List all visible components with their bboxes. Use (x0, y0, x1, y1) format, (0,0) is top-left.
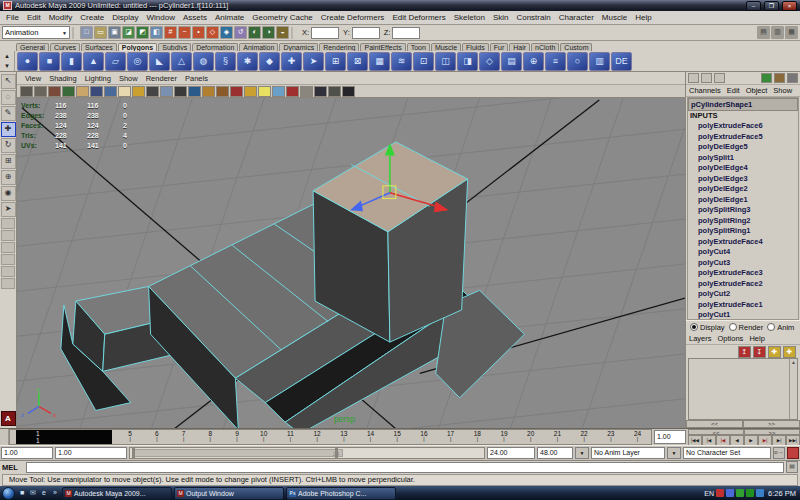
anim-end-field[interactable]: 48.00 (537, 447, 573, 459)
poly-soccerball-icon[interactable]: ✱ (237, 52, 258, 71)
viewport-menu-item[interactable]: Lighting (81, 74, 115, 83)
playback-start-field[interactable]: 1.00 (55, 447, 127, 459)
split-polygon-icon[interactable]: ➤ (303, 52, 324, 71)
layout-persp-outliner-button[interactable] (1, 242, 15, 253)
shelf-tab[interactable]: Curves (50, 43, 80, 51)
current-frame-marker[interactable]: 1 1 (16, 430, 112, 444)
combine-icon[interactable]: ⊡ (413, 52, 434, 71)
uv-texture-editor-icon[interactable]: ▥ (589, 52, 610, 71)
viewport-menu-item[interactable]: Renderer (142, 74, 181, 83)
poly-helix-icon[interactable]: § (215, 52, 236, 71)
internet-explorer-icon[interactable]: e (39, 488, 49, 498)
menu-item[interactable]: Edit (23, 13, 45, 22)
set-key-icon[interactable]: o→ (773, 447, 785, 459)
viewport-menu-item[interactable]: Panels (181, 74, 212, 83)
channel-box-menu-item[interactable]: Object (743, 86, 771, 95)
input-node-item[interactable]: polyExtrudeFace4 (688, 237, 798, 248)
axis-gizmo-icon[interactable] (761, 73, 772, 83)
input-node-item[interactable]: polyExtrudeFace5 (688, 132, 798, 143)
extract-icon[interactable]: ◨ (457, 52, 478, 71)
ipr-render-icon[interactable]: ◑ (262, 26, 275, 39)
shelf-tab[interactable]: Rendering (319, 43, 359, 51)
range-handle-right[interactable] (335, 448, 338, 458)
move-tool[interactable]: ✚ (1, 122, 16, 137)
poly-pyramid-icon[interactable]: △ (171, 52, 192, 71)
input-node-item[interactable]: polyCut2 (688, 289, 798, 300)
menu-item[interactable]: File (2, 13, 23, 22)
frame-cell[interactable]: 10 | (250, 430, 277, 444)
frame-cell[interactable]: 23 | (597, 430, 624, 444)
x-input[interactable] (311, 27, 339, 39)
xray-icon[interactable] (160, 86, 173, 97)
use-lights-icon[interactable] (132, 86, 145, 97)
poly-model[interactable] (61, 142, 525, 428)
tray-app3-icon[interactable] (746, 489, 754, 497)
language-indicator[interactable]: EN (704, 490, 714, 497)
fill-mode-icon[interactable] (328, 86, 341, 97)
frame-cell[interactable]: 24 | (624, 430, 651, 444)
render-icon[interactable]: ◐ (248, 26, 261, 39)
resolution-gate-icon[interactable] (202, 86, 215, 97)
layout-custom-button[interactable] (1, 278, 15, 289)
input-node-item[interactable]: polyCut3 (688, 258, 798, 269)
layer-mode-radio[interactable]: Anim (767, 323, 794, 332)
smooth-icon[interactable]: ≋ (391, 52, 412, 71)
tray-app1-icon[interactable] (716, 489, 724, 497)
frame-cell[interactable]: 7 | (170, 430, 197, 444)
range-slider-handle[interactable]: 24 (133, 449, 343, 457)
menu-item[interactable]: Assets (179, 13, 211, 22)
poly-platonic-icon[interactable]: ◆ (259, 52, 280, 71)
viewport-canvas[interactable]: y x z persp Verts: 116 116 0 Edges: (17, 98, 685, 428)
shelf-tab[interactable]: Muscle (431, 43, 461, 51)
layer-list[interactable]: ▲ (688, 358, 798, 420)
shelf-tab[interactable]: Fur (490, 43, 509, 51)
maximize-button[interactable]: ❐ (764, 1, 779, 11)
layer-mode-radio[interactable]: Render (729, 323, 764, 332)
frame-cell[interactable]: 15 | (384, 430, 411, 444)
frame-cell[interactable]: 20 | (517, 430, 544, 444)
grid-toggle-icon[interactable] (300, 86, 313, 97)
lasso-select-tool[interactable]: ◌ (1, 90, 16, 105)
rotate-tool[interactable]: ↻ (1, 138, 16, 153)
layer-menu-item[interactable]: Options (715, 334, 747, 343)
input-node-item[interactable]: polyDelEdge3 (688, 174, 798, 185)
menu-item[interactable]: Create Deformers (317, 13, 389, 22)
input-node-item[interactable]: polyExtrudeFace1 (688, 300, 798, 311)
shelf-tab[interactable]: PaintEffects (360, 43, 405, 51)
frame-cell[interactable]: 21 | (544, 430, 571, 444)
snap-grid-icon[interactable]: # (164, 26, 177, 39)
next-panel-button[interactable]: >> (743, 420, 800, 428)
menu-item[interactable]: Skeleton (450, 13, 489, 22)
input-node-item[interactable]: polyCut4 (688, 247, 798, 258)
shelf-tab[interactable]: Polygons (118, 43, 158, 51)
bookmark-icon[interactable] (62, 86, 75, 97)
insert-edge-loop-icon[interactable]: ⊞ (325, 52, 346, 71)
prev-panel-button[interactable]: << (686, 420, 743, 428)
menu-item[interactable]: Create (76, 13, 108, 22)
new-layer-selected-icon[interactable]: ✚ (783, 346, 796, 358)
task-button[interactable]: M Autodesk Maya 2009... (62, 487, 172, 500)
command-line-label[interactable]: MEL (2, 463, 24, 472)
lock-camera-icon[interactable] (34, 86, 47, 97)
offset-edge-loop-icon[interactable]: ⊠ (347, 52, 368, 71)
playback-end-field[interactable]: 24.00 (487, 447, 535, 459)
layer-menu-item[interactable]: Layers (686, 334, 715, 343)
frame-cell[interactable]: 14 | (357, 430, 384, 444)
input-node-item[interactable]: polyDelEdge1 (688, 195, 798, 206)
new-empty-layer-icon[interactable]: ✚ (768, 346, 781, 358)
texture-icon[interactable] (272, 86, 285, 97)
speed-dial-icon[interactable] (774, 73, 785, 83)
paint-select-tool[interactable]: ✎ (1, 106, 16, 121)
anim-start-field[interactable]: 1.00 (1, 447, 53, 459)
frame-cell[interactable]: 18 | (464, 430, 491, 444)
menu-item[interactable]: Muscle (598, 13, 631, 22)
shelf-tab[interactable]: Animation (239, 43, 278, 51)
viewport-menu-item[interactable]: View (21, 74, 45, 83)
frame-cell[interactable]: 16 | (411, 430, 438, 444)
input-node-item[interactable]: polyDelEdge5 (688, 142, 798, 153)
toggle-channel-box-icon[interactable]: ▦ (785, 26, 798, 39)
input-node-item[interactable]: polyDelEdge2 (688, 184, 798, 195)
add-divisions-icon[interactable]: ▦ (369, 52, 390, 71)
extrude-icon[interactable]: ⊕ (523, 52, 544, 71)
snap-point-icon[interactable]: • (192, 26, 205, 39)
